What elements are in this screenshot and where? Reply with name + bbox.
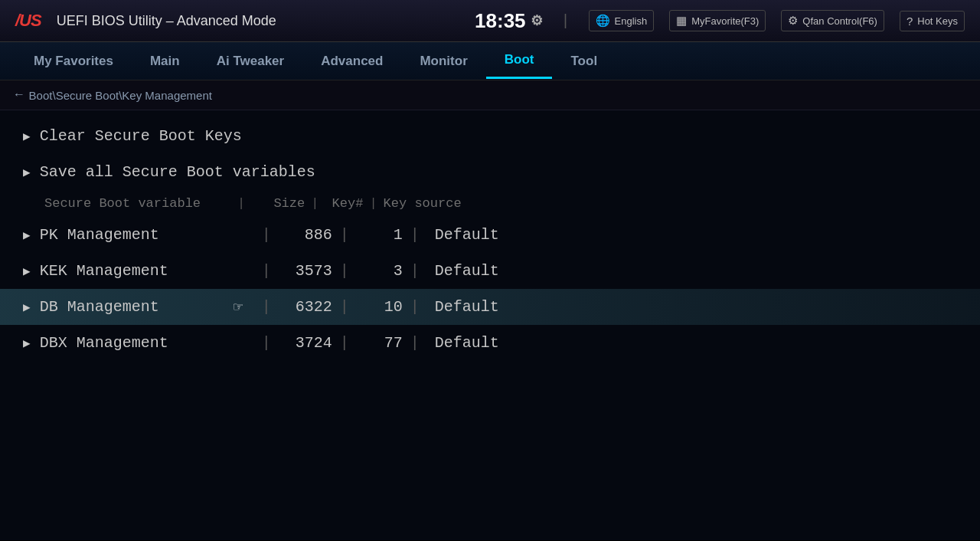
menu-arrow-kek: ▶ <box>23 264 31 279</box>
menu-arrow-clear: ▶ <box>23 129 31 144</box>
menu-arrow-db: ▶ <box>23 300 31 315</box>
save-all-secure-boot-label: Save all Secure Boot variables <box>40 163 315 181</box>
bios-title: UEFI BIOS Utility – Advanced Mode <box>57 13 459 29</box>
menu-item-clear-secure-boot-keys[interactable]: ▶ Clear Secure Boot Keys <box>0 118 980 154</box>
db-sep: | <box>262 298 271 316</box>
globe-icon: 🌐 <box>596 14 610 28</box>
qfan-button[interactable]: ⚙ Qfan Control(F6) <box>781 10 884 31</box>
kek-keynum: 3 <box>364 262 403 280</box>
breadcrumb-path: Boot\Secure Boot\Key Management <box>29 89 212 102</box>
dbx-size-sep: | <box>340 334 349 352</box>
help-icon: ? <box>906 15 913 28</box>
menu-item-dbx-management[interactable]: ▶ DBX Management | 3724 | 77 | Default <box>0 325 980 361</box>
menu-item-db-management[interactable]: ▶ DB Management ☞ | 6322 | 10 | Default <box>0 289 980 325</box>
menu-item-pk-management[interactable]: ▶ PK Management | 886 | 1 | Default <box>0 217 980 253</box>
gear-icon[interactable]: ⚙ <box>531 12 543 29</box>
breadcrumb: ← Boot\Secure Boot\Key Management <box>0 80 980 110</box>
db-size: 6322 <box>279 298 332 316</box>
tab-tool[interactable]: Tool <box>552 44 616 78</box>
tab-ai-tweaker[interactable]: Ai Tweaker <box>198 44 303 78</box>
pk-source: Default <box>435 226 499 244</box>
asus-logo: /US <box>15 11 41 31</box>
menu-item-save-all-secure-boot[interactable]: ▶ Save all Secure Boot variables <box>0 154 980 190</box>
tab-boot[interactable]: Boot <box>486 43 553 79</box>
tab-monitor[interactable]: Monitor <box>401 44 485 78</box>
page-content: /US UEFI BIOS Utility – Advanced Mode 18… <box>0 0 980 541</box>
db-source: Default <box>435 298 499 316</box>
col-sep3: | <box>369 196 377 211</box>
menu-arrow-save: ▶ <box>23 165 31 180</box>
kek-management-label: KEK Management <box>40 262 254 280</box>
myfavorite-button[interactable]: ▦ MyFavorite(F3) <box>669 10 766 31</box>
qfan-label: Qfan Control(F6) <box>802 15 877 27</box>
favorite-icon: ▦ <box>676 14 687 28</box>
fan-icon: ⚙ <box>788 14 798 28</box>
db-size-sep: | <box>340 298 349 316</box>
tab-advanced[interactable]: Advanced <box>302 44 401 78</box>
pk-management-label: PK Management <box>40 226 254 244</box>
dbx-management-label: DBX Management <box>40 334 254 352</box>
language-button[interactable]: 🌐 English <box>589 10 655 31</box>
col-size-label: Size <box>251 196 305 211</box>
myfavorite-label: MyFavorite(F3) <box>691 15 759 27</box>
pk-sep: | <box>262 226 271 244</box>
nav-tabs: My Favorites Main Ai Tweaker Advanced Mo… <box>0 42 980 80</box>
menu-arrow-dbx: ▶ <box>23 336 31 351</box>
cursor-hand-icon: ☞ <box>234 297 243 316</box>
col-variable-label: Secure Boot variable <box>23 196 237 211</box>
pk-size-sep: | <box>340 226 349 244</box>
dbx-source: Default <box>435 334 499 352</box>
menu-arrow-pk: ▶ <box>23 228 31 243</box>
db-keynum-sep: | <box>410 298 420 316</box>
kek-sep: | <box>262 262 271 280</box>
pk-size: 886 <box>279 226 332 244</box>
dbx-keynum: 77 <box>364 334 403 352</box>
hotkeys-button[interactable]: ? Hot Keys <box>900 11 965 31</box>
kek-keynum-sep: | <box>410 262 420 280</box>
table-column-headers: Secure Boot variable | Size | Key# | Key… <box>0 190 980 217</box>
pk-keynum: 1 <box>364 226 403 244</box>
kek-size: 3573 <box>279 262 332 280</box>
tab-my-favorites[interactable]: My Favorites <box>15 44 132 78</box>
main-content: ▶ Clear Secure Boot Keys ▶ Save all Secu… <box>0 110 980 540</box>
col-source-label: Key source <box>384 196 462 211</box>
col-keynum-label: Key# <box>325 196 363 211</box>
header-bar: /US UEFI BIOS Utility – Advanced Mode 18… <box>0 0 980 42</box>
db-management-label: DB Management <box>40 298 254 316</box>
kek-size-sep: | <box>340 262 349 280</box>
back-arrow[interactable]: ← <box>15 88 23 102</box>
col-sep1: | <box>237 196 245 211</box>
dbx-keynum-sep: | <box>410 334 420 352</box>
dbx-sep: | <box>262 334 271 352</box>
header-time: 18:35 ⚙ <box>475 9 543 33</box>
tab-main[interactable]: Main <box>132 44 198 78</box>
header-divider: | <box>561 12 570 30</box>
col-sep2: | <box>311 196 318 211</box>
language-label: English <box>615 15 648 27</box>
clear-secure-boot-keys-label: Clear Secure Boot Keys <box>40 127 254 145</box>
hotkeys-label: Hot Keys <box>917 15 958 27</box>
kek-source: Default <box>435 262 499 280</box>
dbx-size: 3724 <box>279 334 332 352</box>
pk-keynum-sep: | <box>410 226 420 244</box>
time-display: 18:35 <box>475 9 526 33</box>
db-keynum: 10 <box>364 298 403 316</box>
menu-item-kek-management[interactable]: ▶ KEK Management | 3573 | 3 | Default <box>0 253 980 289</box>
